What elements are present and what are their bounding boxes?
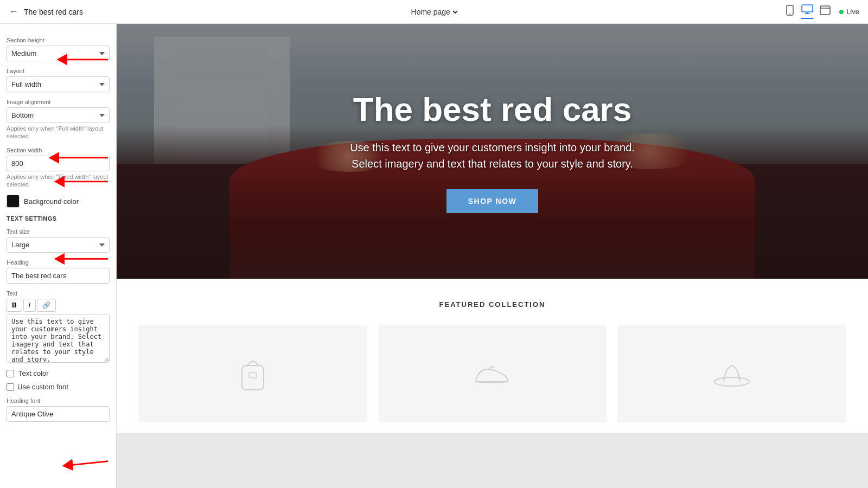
heading-font-label: Heading font (7, 397, 110, 404)
layout-select[interactable]: Full widthFixed width (7, 76, 110, 92)
hero-section: The best red cars Use this text to give … (117, 24, 868, 279)
top-bar-right: Live (785, 4, 859, 19)
live-badge: Live (839, 8, 859, 16)
hero-heading: The best red cars (350, 90, 635, 129)
canvas-area: The best red cars Use this text to give … (117, 24, 868, 488)
image-alignment-hint: Applies only when "Full width" layout se… (7, 125, 110, 140)
page-select[interactable]: Home page (409, 7, 459, 17)
heading-input[interactable] (7, 268, 110, 284)
heading-label: Heading (7, 259, 110, 266)
svg-point-1 (789, 14, 790, 15)
live-dot (839, 10, 844, 14)
text-size-select[interactable]: LargeSmallMedium (7, 237, 110, 253)
page-canvas: The best red cars Use this text to give … (117, 24, 868, 433)
product-icon-1 (231, 352, 275, 395)
heading-font-input[interactable] (7, 406, 110, 422)
live-label: Live (846, 8, 859, 16)
product-card-2 (378, 325, 607, 422)
text-settings-divider: TEXT SETTINGS (7, 215, 110, 222)
image-alignment-select[interactable]: BottomCenterTop (7, 107, 110, 123)
page-title: The best red cars (24, 8, 83, 16)
text-color-row: Text color (7, 369, 110, 377)
svg-rect-3 (820, 6, 830, 15)
desktop-icon[interactable] (801, 4, 813, 19)
text-textarea[interactable]: Use this text to give your customers ins… (7, 314, 110, 363)
featured-section: FEATURED COLLECTION (117, 279, 868, 433)
product-card-1 (138, 325, 367, 422)
bold-button[interactable]: B (7, 299, 22, 312)
section-height-label: Section height (7, 37, 110, 43)
image-alignment-label: Image alignment (7, 99, 110, 105)
svg-rect-2 (802, 5, 813, 12)
use-custom-font-label: Use custom font (17, 383, 68, 391)
top-bar-left: ← The best red cars (9, 6, 83, 17)
mobile-icon[interactable] (785, 5, 795, 18)
background-color-label: Background color (24, 197, 79, 206)
section-height-select[interactable]: MediumSmallLargeFull screen (7, 46, 110, 61)
product-grid (138, 325, 846, 422)
svg-line-8 (67, 461, 108, 466)
fullscreen-icon[interactable] (820, 5, 831, 18)
background-color-swatch[interactable] (7, 195, 20, 208)
text-toolbar: B I 🔗 (7, 299, 110, 312)
sidebar: Section height MediumSmallLargeFull scre… (0, 24, 117, 488)
text-size-label: Text size (7, 228, 110, 235)
hero-subtext: Use this text to give your customers ins… (350, 139, 635, 172)
section-width-hint: Applies only when "Fixed width" layout s… (7, 173, 110, 189)
device-icons (785, 4, 831, 19)
product-card-3 (617, 325, 846, 422)
text-color-label: Text color (18, 369, 49, 377)
product-icon-3 (710, 355, 754, 393)
background-color-row: Background color (7, 195, 110, 208)
top-bar-center: Home page (409, 7, 459, 17)
shop-now-button[interactable]: SHOP NOW (446, 189, 539, 213)
text-color-checkbox[interactable] (7, 370, 14, 377)
svg-point-11 (714, 377, 749, 386)
featured-title: FEATURED COLLECTION (138, 300, 846, 309)
top-bar: ← The best red cars Home page Live (0, 0, 868, 24)
back-button[interactable]: ← (9, 6, 18, 17)
product-icon-2 (470, 357, 514, 390)
section-width-label: Section width (7, 147, 110, 153)
hero-content: The best red cars Use this text to give … (328, 90, 656, 213)
text-label: Text (7, 290, 110, 297)
main-layout: Section height MediumSmallLargeFull scre… (0, 24, 868, 488)
use-custom-font-checkbox[interactable] (7, 383, 14, 391)
italic-button[interactable]: I (23, 299, 36, 312)
layout-label: Layout (7, 68, 110, 74)
section-width-input[interactable]: 800 (7, 156, 110, 171)
link-button[interactable]: 🔗 (37, 299, 56, 312)
svg-rect-10 (249, 373, 257, 378)
use-custom-font-row: Use custom font (7, 383, 110, 391)
